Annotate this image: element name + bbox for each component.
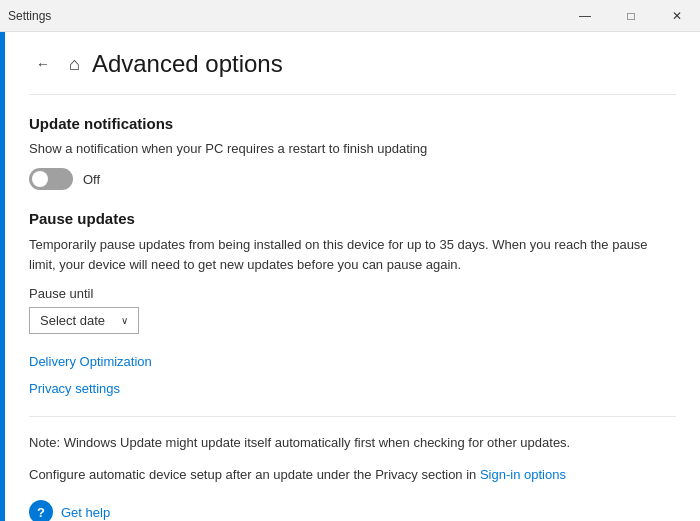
get-help-link[interactable]: Get help <box>61 505 110 520</box>
window-title: Settings <box>8 9 51 23</box>
links-section: Delivery Optimization Privacy settings <box>29 354 676 396</box>
windows-update-note: Note: Windows Update might update itself… <box>29 433 676 453</box>
sign-in-options-link[interactable]: Sign-in options <box>480 467 566 482</box>
toggle-label: Off <box>83 172 100 187</box>
back-button[interactable]: ← <box>29 50 57 78</box>
title-bar-controls: — □ ✕ <box>562 0 700 32</box>
toggle-row: Off <box>29 168 676 190</box>
configure-text: Configure automatic device setup after a… <box>29 465 676 485</box>
notes-section: Note: Windows Update might update itself… <box>29 433 676 484</box>
page-title: Advanced options <box>92 50 283 78</box>
help-icon: ? <box>29 500 53 521</box>
update-notifications-description: Show a notification when your PC require… <box>29 140 676 158</box>
divider <box>29 416 676 417</box>
title-bar-left: Settings <box>8 9 51 23</box>
pause-description: Temporarily pause updates from being ins… <box>29 235 676 274</box>
home-icon[interactable]: ⌂ <box>69 54 80 75</box>
pause-until-label: Pause until <box>29 286 676 301</box>
close-button[interactable]: ✕ <box>654 0 700 32</box>
delivery-optimization-link[interactable]: Delivery Optimization <box>29 354 676 369</box>
content-area: ← ⌂ Advanced options Update notification… <box>0 32 700 521</box>
update-notifications-section: Update notifications Show a notification… <box>29 115 676 190</box>
select-date-label: Select date <box>40 313 105 328</box>
update-notifications-title: Update notifications <box>29 115 676 132</box>
configure-description: Configure automatic device setup after a… <box>29 467 480 482</box>
page-header: ← ⌂ Advanced options <box>29 32 676 95</box>
chevron-down-icon: ∨ <box>121 315 128 326</box>
title-bar: Settings — □ ✕ <box>0 0 700 32</box>
help-row: ? Get help <box>29 500 676 521</box>
minimize-button[interactable]: — <box>562 0 608 32</box>
settings-window: Settings — □ ✕ ← ⌂ Advanced options Upda… <box>0 0 700 521</box>
privacy-settings-link[interactable]: Privacy settings <box>29 381 676 396</box>
pause-updates-title: Pause updates <box>29 210 676 227</box>
select-date-button[interactable]: Select date ∨ <box>29 307 139 334</box>
main-content: ← ⌂ Advanced options Update notification… <box>5 32 700 521</box>
maximize-button[interactable]: □ <box>608 0 654 32</box>
notification-toggle[interactable] <box>29 168 73 190</box>
pause-updates-section: Pause updates Temporarily pause updates … <box>29 210 676 334</box>
